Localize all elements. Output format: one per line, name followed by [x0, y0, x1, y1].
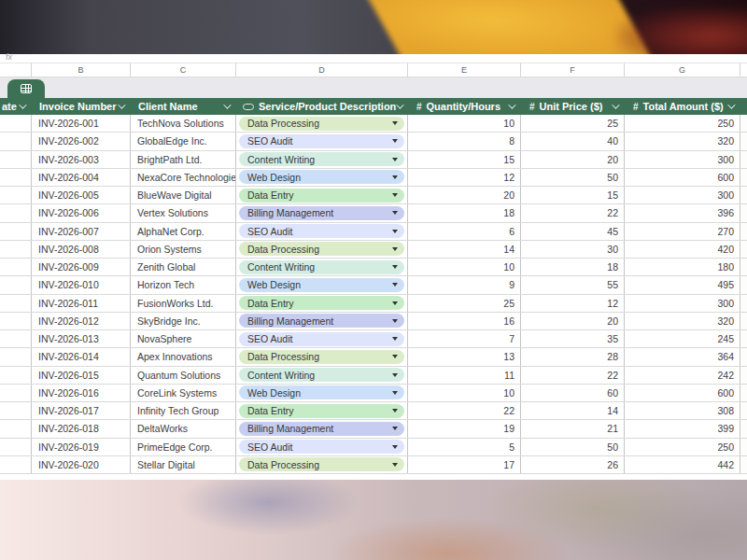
service-cell[interactable]: Content Writing	[236, 259, 408, 275]
total-amount-cell[interactable]: 245	[625, 330, 740, 347]
service-cell[interactable]: SEO Audit	[236, 330, 408, 347]
invoice-cell[interactable]: INV-2026-003	[32, 151, 131, 168]
unit-price-cell[interactable]: 22	[521, 367, 625, 384]
dropdown-arrow-icon[interactable]	[392, 193, 398, 197]
service-cell[interactable]: Data Processing	[236, 241, 408, 258]
date-cell[interactable]	[0, 223, 32, 240]
quantity-cell[interactable]: 9	[408, 276, 521, 293]
service-cell[interactable]: Web Design	[236, 385, 408, 401]
invoice-cell[interactable]: INV-2026-008	[32, 241, 131, 258]
quantity-cell[interactable]: 10	[408, 385, 521, 401]
client-cell[interactable]: TechNova Solutions	[131, 115, 236, 132]
date-cell[interactable]	[0, 115, 32, 132]
invoice-cell[interactable]: INV-2026-016	[32, 385, 131, 401]
dropdown-arrow-icon[interactable]	[392, 409, 398, 413]
service-dropdown[interactable]: Content Writing	[239, 152, 404, 166]
total-amount-cell[interactable]: 300	[625, 187, 740, 203]
column-letter-g[interactable]: G	[625, 63, 740, 77]
service-dropdown[interactable]: Web Design	[239, 385, 404, 399]
unit-price-cell[interactable]: 12	[521, 295, 625, 312]
invoice-cell[interactable]: INV-2026-015	[32, 367, 131, 384]
column-letter-f[interactable]: F	[521, 63, 625, 77]
quantity-cell[interactable]: 19	[408, 420, 521, 437]
total-amount-cell[interactable]: 242	[625, 367, 740, 384]
service-cell[interactable]: Content Writing	[236, 151, 408, 168]
total-amount-cell[interactable]: 399	[625, 420, 740, 437]
header-date[interactable]: ate	[0, 98, 32, 115]
service-dropdown[interactable]: Web Design	[239, 170, 404, 184]
service-cell[interactable]: SEO Audit	[236, 223, 408, 240]
quantity-cell[interactable]: 5	[408, 439, 521, 455]
dropdown-arrow-icon[interactable]	[392, 427, 398, 430]
unit-price-cell[interactable]: 20	[521, 313, 625, 329]
header-client-name[interactable]: Client Name	[131, 98, 236, 115]
quantity-cell[interactable]: 20	[408, 187, 521, 203]
total-amount-cell[interactable]: 320	[625, 313, 740, 329]
chevron-down-icon[interactable]	[727, 101, 735, 108]
total-amount-cell[interactable]: 250	[625, 439, 740, 455]
service-cell[interactable]: Web Design	[236, 276, 408, 293]
client-cell[interactable]: GlobalEdge Inc.	[131, 133, 236, 149]
column-letter-c[interactable]: C	[131, 63, 236, 77]
service-cell[interactable]: SEO Audit	[236, 133, 408, 149]
service-dropdown[interactable]: Web Design	[239, 278, 404, 292]
client-cell[interactable]: DeltaWorks	[131, 420, 236, 437]
dropdown-arrow-icon[interactable]	[392, 247, 398, 251]
service-dropdown[interactable]: SEO Audit	[239, 332, 404, 346]
service-dropdown[interactable]: SEO Audit	[239, 224, 404, 238]
date-cell[interactable]	[0, 241, 32, 258]
column-letter-b[interactable]: B	[32, 63, 131, 77]
invoice-cell[interactable]: INV-2026-009	[32, 259, 131, 275]
service-dropdown[interactable]: SEO Audit	[239, 134, 404, 148]
unit-price-cell[interactable]: 26	[521, 456, 625, 473]
unit-price-cell[interactable]: 28	[521, 348, 625, 365]
unit-price-cell[interactable]: 18	[521, 259, 625, 275]
unit-price-cell[interactable]: 50	[521, 169, 625, 186]
quantity-cell[interactable]: 7	[408, 330, 521, 347]
total-amount-cell[interactable]: 250	[625, 115, 740, 132]
client-cell[interactable]: NexaCore Technologies	[131, 169, 236, 186]
chevron-down-icon[interactable]	[19, 101, 26, 108]
date-cell[interactable]	[0, 276, 32, 293]
total-amount-cell[interactable]: 300	[625, 151, 740, 168]
service-cell[interactable]: Billing Management	[236, 420, 408, 437]
client-cell[interactable]: Infinity Tech Group	[131, 402, 236, 419]
service-dropdown[interactable]: Billing Management	[239, 422, 404, 436]
dropdown-arrow-icon[interactable]	[392, 355, 398, 358]
invoice-cell[interactable]: INV-2026-014	[32, 348, 131, 365]
client-cell[interactable]: SkyBridge Inc.	[131, 313, 236, 329]
invoice-cell[interactable]: INV-2026-017	[32, 402, 131, 419]
invoice-cell[interactable]: INV-2026-004	[32, 169, 131, 186]
header-unit-price[interactable]: # Unit Price ($)	[521, 98, 625, 115]
date-cell[interactable]	[0, 133, 32, 149]
service-cell[interactable]: Data Entry	[236, 187, 408, 203]
total-amount-cell[interactable]: 396	[625, 204, 740, 221]
date-cell[interactable]	[0, 348, 32, 365]
client-cell[interactable]: NovaSphere	[131, 330, 236, 347]
service-dropdown[interactable]: Data Processing	[239, 457, 404, 471]
service-cell[interactable]: Billing Management	[236, 204, 408, 221]
total-amount-cell[interactable]: 270	[625, 223, 740, 240]
date-cell[interactable]	[0, 151, 32, 168]
total-amount-cell[interactable]: 420	[625, 241, 740, 258]
dropdown-arrow-icon[interactable]	[392, 301, 398, 305]
invoice-cell[interactable]: INV-2026-005	[32, 187, 131, 203]
dropdown-arrow-icon[interactable]	[392, 283, 398, 287]
header-total-amount[interactable]: # Total Amount ($)	[625, 98, 740, 115]
invoice-cell[interactable]: INV-2026-011	[32, 295, 131, 312]
client-cell[interactable]: Apex Innovations	[131, 348, 236, 365]
dropdown-arrow-icon[interactable]	[392, 445, 398, 449]
quantity-cell[interactable]: 10	[408, 259, 521, 275]
date-cell[interactable]	[0, 330, 32, 347]
client-cell[interactable]: AlphaNet Corp.	[131, 223, 236, 240]
service-dropdown[interactable]: Data Processing	[239, 242, 404, 256]
unit-price-cell[interactable]: 20	[521, 151, 625, 168]
total-amount-cell[interactable]: 600	[625, 169, 740, 186]
dropdown-arrow-icon[interactable]	[392, 211, 398, 215]
service-dropdown[interactable]: Content Writing	[239, 260, 404, 274]
date-cell[interactable]	[0, 295, 32, 312]
quantity-cell[interactable]: 17	[408, 456, 521, 473]
unit-price-cell[interactable]: 40	[521, 133, 625, 149]
unit-price-cell[interactable]: 35	[521, 330, 625, 347]
date-cell[interactable]	[0, 259, 32, 275]
